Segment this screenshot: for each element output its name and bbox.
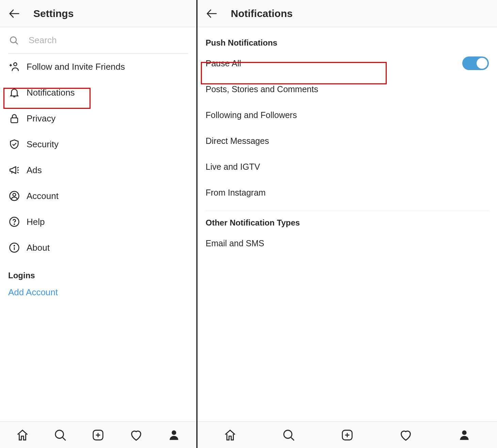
profile-icon xyxy=(167,429,180,442)
svg-point-30 xyxy=(462,430,466,435)
menu-help[interactable]: Help xyxy=(8,209,188,235)
megaphone-icon xyxy=(8,164,20,176)
svg-line-8 xyxy=(17,167,19,168)
notifications-pane: Notifications Push Notifications Pause A… xyxy=(197,0,497,448)
menu-ads[interactable]: Ads xyxy=(8,157,188,183)
page-title: Settings xyxy=(33,8,74,19)
back-button[interactable] xyxy=(6,5,23,22)
menu-label: Help xyxy=(27,217,45,227)
notif-label: From Instagram xyxy=(206,188,266,198)
notif-label: Following and Followers xyxy=(206,110,297,120)
settings-header: Settings xyxy=(0,0,196,27)
nav-profile[interactable] xyxy=(457,428,472,443)
menu-label: About xyxy=(27,243,50,253)
menu-label: Privacy xyxy=(27,113,55,124)
notif-label: Direct Messages xyxy=(206,136,269,146)
settings-pane: Settings Follow and Invite Friends xyxy=(0,0,197,448)
notif-live-igtv[interactable]: Live and IGTV xyxy=(206,154,489,180)
back-button[interactable] xyxy=(204,5,221,22)
menu-label: Ads xyxy=(27,165,42,176)
svg-point-3 xyxy=(14,63,17,66)
plus-square-icon xyxy=(92,429,105,442)
add-account-link[interactable]: Add Account xyxy=(8,287,188,298)
menu-security[interactable]: Security xyxy=(8,131,188,157)
svg-line-10 xyxy=(17,172,19,173)
settings-content: Follow and Invite Friends Notifications … xyxy=(0,27,196,421)
nav-activity[interactable] xyxy=(129,428,144,443)
push-notifications-heading: Push Notifications xyxy=(206,38,489,48)
nav-new-post[interactable] xyxy=(91,428,106,443)
logins-heading: Logins xyxy=(8,271,188,280)
plus-square-icon xyxy=(341,429,354,442)
nav-profile[interactable] xyxy=(166,428,181,443)
search-icon xyxy=(54,429,67,442)
pause-all-row[interactable]: Pause All xyxy=(206,50,489,76)
menu-privacy[interactable]: Privacy xyxy=(8,105,188,131)
nav-search[interactable] xyxy=(281,428,296,443)
svg-line-2 xyxy=(16,42,18,44)
home-icon xyxy=(224,429,237,442)
search-icon xyxy=(282,429,295,442)
nav-new-post[interactable] xyxy=(340,428,355,443)
section-divider xyxy=(206,210,489,211)
heart-icon xyxy=(399,428,413,442)
menu-label: Account xyxy=(27,191,59,201)
svg-point-12 xyxy=(13,193,16,196)
svg-line-19 xyxy=(63,437,66,441)
notif-following-followers[interactable]: Following and Followers xyxy=(206,102,489,128)
svg-point-16 xyxy=(14,245,15,246)
toggle-knob xyxy=(477,58,487,69)
menu-about[interactable]: About xyxy=(8,235,188,261)
search-icon xyxy=(8,35,20,46)
search-row[interactable] xyxy=(8,27,188,54)
pause-all-toggle[interactable] xyxy=(462,56,489,70)
notif-direct-messages[interactable]: Direct Messages xyxy=(206,128,489,154)
lock-icon xyxy=(8,112,20,125)
search-input[interactable] xyxy=(29,35,188,46)
profile-icon xyxy=(458,429,471,442)
nav-activity[interactable] xyxy=(398,428,413,443)
page-title: Notifications xyxy=(231,8,293,19)
help-icon xyxy=(8,216,20,228)
svg-point-18 xyxy=(55,430,64,438)
nav-home[interactable] xyxy=(223,428,238,443)
pause-all-label: Pause All xyxy=(206,59,241,68)
svg-point-23 xyxy=(172,430,176,435)
notif-label: Email and SMS xyxy=(206,238,264,248)
heart-icon xyxy=(129,428,143,442)
svg-line-26 xyxy=(291,437,294,441)
menu-label: Notifications xyxy=(27,87,75,98)
menu-label: Security xyxy=(27,139,59,150)
menu-notifications[interactable]: Notifications xyxy=(8,80,188,105)
menu-account[interactable]: Account xyxy=(8,183,188,209)
bottom-nav xyxy=(197,421,497,448)
svg-point-1 xyxy=(10,37,16,43)
bottom-nav xyxy=(0,421,196,448)
info-icon xyxy=(8,242,20,254)
shield-icon xyxy=(8,138,20,150)
nav-search[interactable] xyxy=(53,428,68,443)
home-icon xyxy=(16,429,29,442)
nav-home[interactable] xyxy=(15,428,30,443)
bell-icon xyxy=(8,86,20,99)
other-notifications-heading: Other Notification Types xyxy=(206,218,489,228)
notif-label: Live and IGTV xyxy=(206,162,260,172)
notifications-content: Push Notifications Pause All Posts, Stor… xyxy=(197,27,497,421)
notif-from-instagram[interactable]: From Instagram xyxy=(206,180,489,205)
account-icon xyxy=(8,190,20,202)
menu-label: Follow and Invite Friends xyxy=(27,62,125,72)
notif-label: Posts, Stories and Comments xyxy=(206,84,318,94)
notifications-header: Notifications xyxy=(197,0,497,27)
menu-follow-invite[interactable]: Follow and Invite Friends xyxy=(8,54,188,80)
notif-posts-stories-comments[interactable]: Posts, Stories and Comments xyxy=(206,76,489,102)
add-user-icon xyxy=(8,61,20,73)
svg-rect-7 xyxy=(11,118,18,123)
arrow-left-icon xyxy=(205,7,219,20)
svg-point-14 xyxy=(14,224,15,225)
notif-email-sms[interactable]: Email and SMS xyxy=(206,230,489,256)
svg-point-25 xyxy=(284,430,292,438)
arrow-left-icon xyxy=(8,7,21,20)
